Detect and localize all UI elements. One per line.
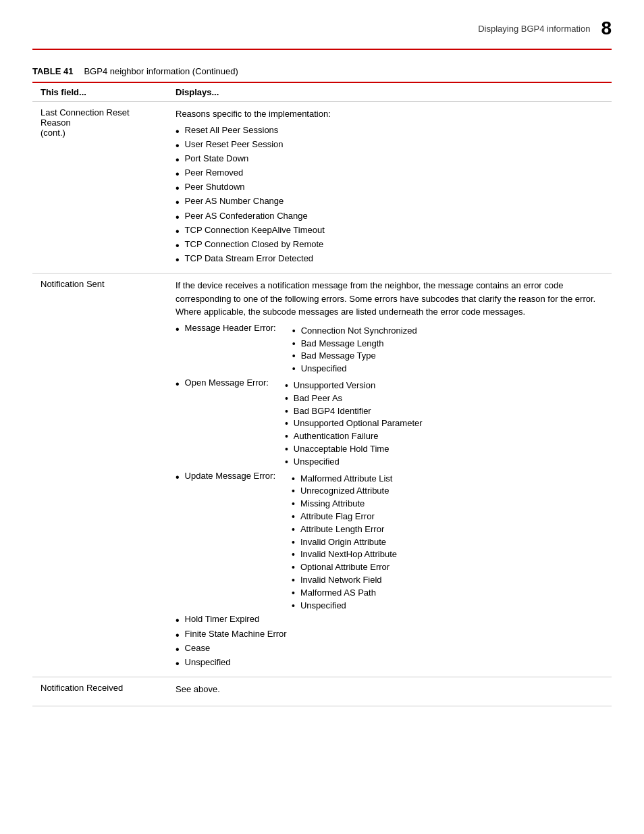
list-item: Bad Peer As — [285, 393, 423, 405]
list-item: Attribute Flag Error — [292, 511, 397, 523]
col-header-field: This field... — [32, 82, 167, 102]
main-content: TABLE 41 BGP4 neighbor information (Cont… — [0, 50, 644, 733]
list-item: Peer Shutdown — [176, 182, 603, 194]
list-item: Unacceptable Hold Time — [285, 444, 423, 455]
field-cell: Notification Sent — [32, 273, 167, 677]
table-label: TABLE 41 — [32, 66, 73, 76]
list-item: Unspecified — [292, 363, 417, 375]
bullet-list: Reset All Peer SessionsUser Reset Peer S… — [176, 125, 603, 267]
col-header-display: Displays... — [167, 82, 612, 102]
list-item: Unspecified — [176, 657, 603, 670]
list-item: User Reset Peer Session — [176, 139, 603, 152]
list-item: Unspecified — [292, 600, 397, 612]
list-item: Authentication Failure — [285, 431, 423, 442]
list-item: Unspecified — [285, 457, 423, 468]
list-item: Invalid NextHop Attribute — [292, 549, 397, 561]
list-item: Open Message Error:Unsupported VersionBa… — [176, 377, 603, 469]
list-item: Missing Attribute — [292, 498, 397, 510]
table-row: Notification ReceivedSee above. — [32, 677, 612, 706]
display-cell: See above. — [167, 677, 612, 706]
page-header: Displaying BGP4 information 8 — [0, 0, 644, 49]
sub-bullet-list: Unsupported VersionBad Peer AsBad BGP4 I… — [269, 380, 423, 469]
list-item: Unrecognized Attribute — [292, 486, 397, 497]
table-header-row: This field... Displays... — [32, 82, 612, 102]
header-title: Displaying BGP4 information — [478, 24, 590, 34]
list-item: Message Header Error:Connection Not Sync… — [176, 323, 603, 376]
table-description: BGP4 neighbor information (Continued) — [84, 66, 238, 76]
field-cell: Notification Received — [32, 677, 167, 706]
list-item: Invalid Origin Attribute — [292, 537, 397, 548]
list-item: Hold Timer Expired — [176, 614, 603, 627]
list-item: Finite State Machine Error — [176, 629, 603, 642]
list-item: TCP Connection Closed by Remote — [176, 239, 603, 252]
list-item: Unsupported Version — [285, 380, 423, 392]
list-item: Reset All Peer Sessions — [176, 125, 603, 138]
list-item: Invalid Network Field — [292, 575, 397, 586]
field-cell: Last Connection Reset Reason(cont.) — [32, 102, 167, 273]
sub-bullet-list: Malformed Attribute ListUnrecognized Att… — [275, 473, 397, 613]
table-title: TABLE 41 BGP4 neighbor information (Cont… — [32, 66, 612, 76]
list-item: Malformed AS Path — [292, 588, 397, 599]
list-item: Malformed Attribute List — [292, 473, 397, 485]
intro-text: If the device receives a notification me… — [176, 279, 603, 319]
list-item: TCP Connection KeepAlive Timeout — [176, 225, 603, 238]
list-item: Cease — [176, 643, 603, 656]
main-table: This field... Displays... Last Connectio… — [32, 82, 612, 706]
intro-text: Reasons specific to the implementation: — [176, 107, 603, 121]
list-item: Update Message Error:Malformed Attribute… — [176, 471, 603, 613]
list-item: TCP Data Stream Error Detected — [176, 253, 603, 266]
list-item: Peer AS Number Change — [176, 196, 603, 209]
list-item: Connection Not Synchronized — [292, 325, 417, 337]
display-cell: If the device receives a notification me… — [167, 273, 612, 677]
list-item: Peer AS Confederation Change — [176, 211, 603, 224]
display-cell: Reasons specific to the implementation:R… — [167, 102, 612, 273]
list-item: Bad Message Length — [292, 338, 417, 350]
list-item: Optional Attribute Error — [292, 562, 397, 573]
list-item: Attribute Length Error — [292, 524, 397, 536]
sub-bullet-list: Connection Not SynchronizedBad Message L… — [276, 325, 417, 376]
intro-text: See above. — [176, 683, 603, 696]
list-item: Peer Removed — [176, 167, 603, 180]
list-item: Bad Message Type — [292, 350, 417, 362]
list-item: Bad BGP4 Identifier — [285, 406, 423, 417]
table-row: Notification SentIf the device receives … — [32, 273, 612, 677]
bullet-list: Message Header Error:Connection Not Sync… — [176, 323, 603, 670]
list-item: Unsupported Optional Parameter — [285, 418, 423, 429]
table-row: Last Connection Reset Reason(cont.)Reaso… — [32, 102, 612, 273]
list-item: Port State Down — [176, 153, 603, 166]
page-number: 8 — [601, 19, 612, 38]
